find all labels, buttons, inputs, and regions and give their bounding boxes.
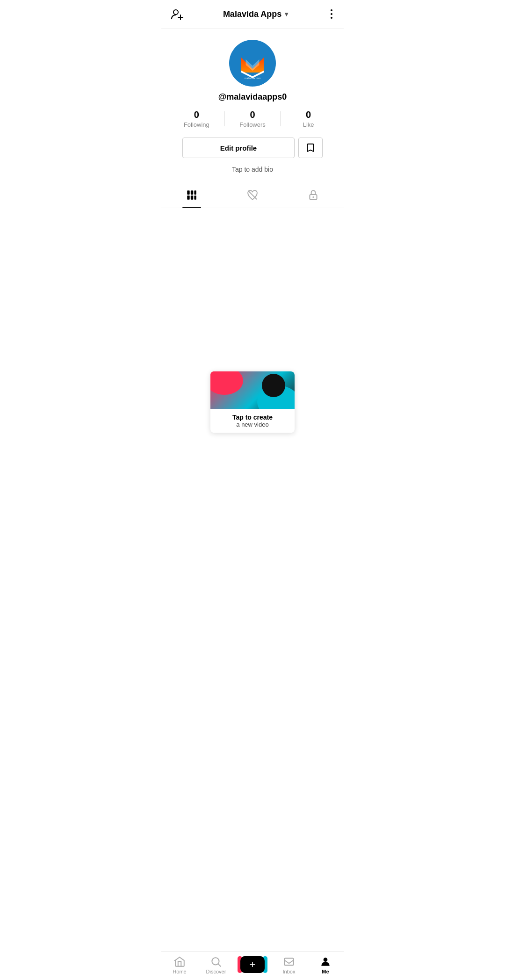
stats-row: 0 Following 0 Followers 0 Like — [169, 109, 336, 128]
grid-icon — [186, 189, 198, 201]
content-area: Tap to create a new video — [161, 208, 344, 442]
tab-videos[interactable] — [161, 182, 222, 208]
tab-liked[interactable] — [222, 182, 283, 208]
profile-section: malavida.com @malavidaapps0 0 Following … — [161, 29, 344, 182]
svg-rect-4 — [187, 190, 189, 195]
followers-label: Followers — [239, 121, 266, 128]
create-video-subtitle: a new video — [215, 421, 290, 428]
svg-rect-9 — [194, 196, 196, 200]
avatar: malavida.com — [229, 40, 276, 87]
edit-profile-button[interactable]: Edit profile — [182, 138, 295, 158]
create-video-thumbnail — [210, 371, 295, 409]
chevron-down-icon: ▼ — [283, 11, 289, 18]
svg-point-12 — [312, 196, 314, 198]
avatar-logo: malavida.com — [234, 44, 271, 82]
three-dots-icon — [329, 7, 334, 21]
more-options-button[interactable] — [327, 6, 336, 22]
svg-rect-7 — [187, 196, 189, 200]
svg-rect-6 — [194, 190, 196, 195]
profile-buttons: Edit profile — [169, 138, 336, 158]
header-title-text: Malavida Apps — [223, 9, 281, 19]
create-video-body: Tap to create a new video — [210, 409, 295, 433]
following-stat[interactable]: 0 Following — [169, 109, 224, 128]
bookmark-icon — [305, 143, 316, 153]
tabs-row — [161, 182, 344, 208]
lock-icon — [307, 189, 319, 201]
followers-stat[interactable]: 0 Followers — [225, 109, 281, 128]
following-label: Following — [184, 121, 209, 128]
add-user-button[interactable] — [169, 6, 186, 22]
svg-text:malavida.com: malavida.com — [245, 77, 261, 80]
svg-rect-8 — [191, 196, 193, 200]
likes-label: Like — [303, 121, 314, 128]
followers-count: 0 — [250, 109, 255, 120]
svg-point-0 — [173, 10, 178, 15]
username: @malavidaapps0 — [218, 92, 287, 102]
create-video-title: Tap to create — [215, 414, 290, 421]
bookmark-button[interactable] — [298, 138, 323, 158]
header: Malavida Apps ▼ — [161, 0, 344, 29]
likes-count: 0 — [306, 109, 311, 120]
svg-rect-5 — [191, 190, 193, 195]
liked-icon — [246, 189, 259, 201]
profile-name-header[interactable]: Malavida Apps ▼ — [223, 9, 289, 19]
add-user-icon — [171, 7, 184, 21]
create-video-card[interactable]: Tap to create a new video — [210, 371, 295, 433]
tab-private[interactable] — [283, 182, 344, 208]
following-count: 0 — [194, 109, 199, 120]
likes-stat[interactable]: 0 Like — [281, 109, 336, 128]
bio-placeholder[interactable]: Tap to add bio — [232, 166, 273, 173]
